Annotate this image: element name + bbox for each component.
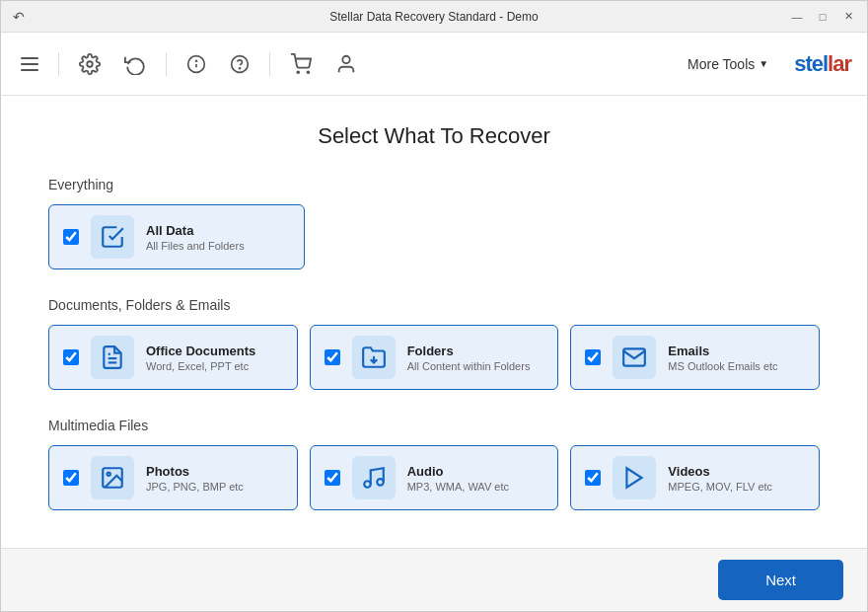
card-emails-title: Emails (668, 344, 777, 358)
section-documents: Documents, Folders & Emails Office Docum… (48, 297, 820, 390)
settings-button[interactable] (75, 49, 105, 79)
hamburger-menu-button[interactable] (17, 53, 42, 75)
footer: Next (1, 548, 867, 611)
svg-point-13 (108, 473, 110, 476)
cart-button[interactable] (286, 49, 316, 79)
section-multimedia: Multimedia Files Photos JPG, PNG, BMP et… (48, 418, 820, 510)
toolbar-divider-3 (269, 52, 270, 76)
toolbar-right: More Tools ▼ stellar (678, 50, 851, 78)
svg-point-7 (307, 71, 309, 73)
card-audio-text: Audio MP3, WMA, WAV etc (407, 464, 509, 493)
section-everything-cards: All Data All Files and Folders (48, 204, 820, 269)
svg-point-15 (377, 479, 384, 486)
svg-point-14 (364, 481, 371, 488)
svg-point-6 (297, 71, 299, 73)
card-all-data-text: All Data All Files and Folders (146, 223, 245, 252)
svg-marker-16 (627, 468, 642, 488)
dropdown-arrow-icon: ▼ (759, 58, 768, 69)
section-everything-label: Everything (48, 177, 820, 192)
card-photos[interactable]: Photos JPG, PNG, BMP etc (48, 445, 298, 510)
folders-icon (352, 336, 396, 379)
card-videos-text: Videos MPEG, MOV, FLV etc (668, 464, 772, 493)
title-bar-left: ↶ (13, 9, 25, 25)
card-office-docs-subtitle: Word, Excel, PPT etc (146, 360, 255, 372)
card-office-docs-title: Office Documents (146, 344, 255, 358)
section-multimedia-cards: Photos JPG, PNG, BMP etc Audio MP3, WMA,… (48, 445, 820, 510)
emails-icon (613, 336, 656, 379)
toolbar-divider-1 (58, 52, 59, 76)
card-office-docs[interactable]: Office Documents Word, Excel, PPT etc (48, 325, 298, 390)
more-tools-button[interactable]: More Tools ▼ (678, 50, 778, 78)
card-all-data-checkbox[interactable] (63, 229, 79, 245)
stellar-logo: stellar (794, 51, 851, 77)
title-bar: ↶ Stellar Data Recovery Standard - Demo … (1, 1, 867, 33)
recover-button[interactable] (120, 49, 150, 79)
section-documents-label: Documents, Folders & Emails (48, 297, 820, 313)
svg-point-0 (87, 61, 93, 67)
more-tools-label: More Tools (687, 56, 755, 72)
back-icon[interactable]: ↶ (13, 9, 25, 25)
title-bar-controls: — □ ✕ (790, 10, 855, 24)
card-photos-subtitle: JPG, PNG, BMP etc (146, 481, 244, 493)
svg-point-8 (342, 55, 349, 62)
card-photos-checkbox[interactable] (63, 470, 79, 486)
card-emails-subtitle: MS Outlook Emails etc (668, 360, 777, 372)
main-content: Select What To Recover Everything All Da… (1, 96, 867, 548)
toolbar-left (17, 49, 361, 79)
card-audio-title: Audio (407, 464, 509, 479)
section-multimedia-label: Multimedia Files (48, 418, 820, 433)
all-data-icon (91, 215, 134, 259)
card-folders-title: Folders (407, 344, 531, 358)
next-button[interactable]: Next (718, 560, 843, 600)
card-emails-text: Emails MS Outlook Emails etc (668, 344, 777, 372)
card-emails-checkbox[interactable] (585, 349, 601, 365)
card-photos-text: Photos JPG, PNG, BMP etc (146, 464, 244, 493)
card-folders-text: Folders All Content within Folders (407, 344, 531, 372)
card-folders[interactable]: Folders All Content within Folders (310, 325, 559, 390)
card-all-data[interactable]: All Data All Files and Folders (48, 204, 305, 269)
help-button[interactable] (226, 50, 253, 78)
section-documents-cards: Office Documents Word, Excel, PPT etc Fo… (48, 325, 820, 390)
restore-button[interactable]: □ (816, 10, 830, 24)
card-folders-subtitle: All Content within Folders (407, 360, 531, 372)
info-button[interactable] (182, 50, 210, 78)
toolbar-divider-2 (166, 52, 167, 76)
card-office-docs-checkbox[interactable] (63, 349, 79, 365)
card-office-docs-text: Office Documents Word, Excel, PPT etc (146, 344, 255, 372)
card-videos-subtitle: MPEG, MOV, FLV etc (668, 481, 772, 493)
page-title: Select What To Recover (48, 123, 820, 149)
card-photos-title: Photos (146, 464, 244, 479)
card-all-data-subtitle: All Files and Folders (146, 240, 245, 252)
toolbar: More Tools ▼ stellar (1, 33, 867, 96)
close-button[interactable]: ✕ (841, 10, 855, 24)
card-videos-checkbox[interactable] (585, 470, 601, 486)
card-audio-subtitle: MP3, WMA, WAV etc (407, 481, 509, 493)
audio-icon (352, 456, 396, 499)
card-audio[interactable]: Audio MP3, WMA, WAV etc (310, 445, 559, 510)
card-audio-checkbox[interactable] (325, 470, 340, 486)
card-folders-checkbox[interactable] (325, 349, 340, 365)
card-emails[interactable]: Emails MS Outlook Emails etc (570, 325, 820, 390)
minimize-button[interactable]: — (790, 10, 804, 24)
photos-icon (91, 456, 134, 499)
card-videos-title: Videos (668, 464, 772, 479)
videos-icon (613, 456, 656, 499)
section-everything: Everything All Data All Files and Folder… (48, 177, 820, 269)
card-all-data-title: All Data (146, 223, 245, 238)
card-videos[interactable]: Videos MPEG, MOV, FLV etc (570, 445, 820, 510)
user-button[interactable] (331, 49, 361, 79)
office-docs-icon (91, 336, 134, 379)
window-title: Stellar Data Recovery Standard - Demo (329, 10, 538, 24)
